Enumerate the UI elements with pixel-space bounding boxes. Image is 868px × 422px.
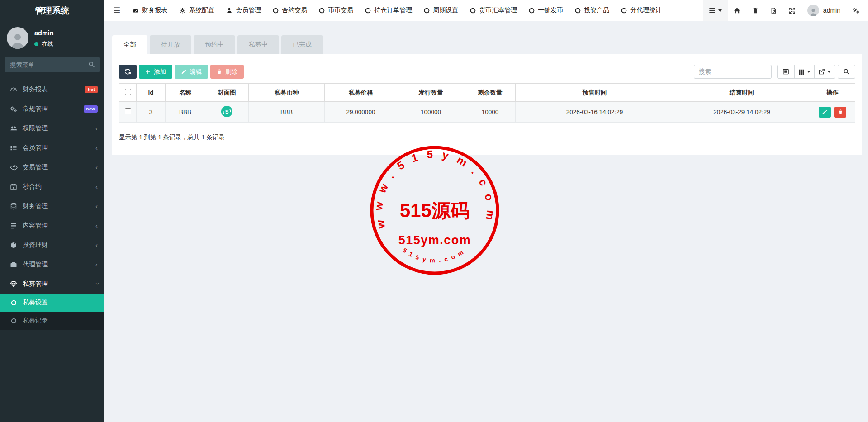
chevron-down-icon: ‹ <box>93 283 100 285</box>
tachometer-icon <box>9 86 18 93</box>
detail-view-button[interactable] <box>777 65 795 79</box>
nav-item-contract-trade[interactable]: 合约交易 <box>267 0 313 21</box>
settings-button[interactable] <box>846 0 865 21</box>
row-delete-button[interactable] <box>834 107 846 118</box>
avatar <box>807 5 819 16</box>
cell-actions <box>810 102 855 123</box>
search-button[interactable] <box>838 65 855 79</box>
table-search-input[interactable] <box>694 65 772 79</box>
nav-item-sub-agent-stats[interactable]: 分代理统计 <box>615 0 668 21</box>
sidebar-item-permissions[interactable]: 权限管理 ‹ <box>0 119 104 138</box>
tab-pending-open[interactable]: 待开放 <box>150 35 191 54</box>
nav-item-members[interactable]: 会员管理 <box>220 0 267 21</box>
fullscreen-icon <box>789 7 796 14</box>
sidebar-item-general[interactable]: 常规管理 new <box>0 99 104 119</box>
fullscreen-button[interactable] <box>783 0 802 21</box>
nav-item-currency-rates[interactable]: 货币汇率管理 <box>464 0 523 21</box>
nav-menu-dropdown-button[interactable] <box>703 0 728 21</box>
row-edit-button[interactable] <box>819 107 831 118</box>
chevron-left-icon: ‹ <box>95 183 98 190</box>
sidebar-item-content[interactable]: 内容管理 ‹ <box>0 216 104 235</box>
tachometer-icon <box>132 7 139 14</box>
person-icon <box>9 31 27 49</box>
tab-reserving[interactable]: 预约中 <box>194 35 235 54</box>
refresh-button[interactable] <box>119 65 137 79</box>
clear-cache-button[interactable] <box>764 0 783 21</box>
export-button[interactable] <box>814 65 835 79</box>
gears-icon <box>852 7 859 14</box>
chevron-left-icon: ‹ <box>95 125 98 132</box>
columns-grid-icon <box>798 69 805 75</box>
col-actions: 操作 <box>810 84 855 102</box>
gear-icon <box>179 7 186 14</box>
circle-o-icon <box>424 8 430 14</box>
columns-button[interactable] <box>794 65 815 79</box>
sidebar-item-agency[interactable]: 代理管理 ‹ <box>0 255 104 274</box>
new-badge: new <box>84 105 98 113</box>
sidebar-item-finance-report[interactable]: 财务报表 hot <box>0 80 104 99</box>
row-checkbox[interactable] <box>125 108 131 114</box>
users-icon <box>9 125 18 132</box>
nav-item-one-key-issue[interactable]: 一键发币 <box>523 0 569 21</box>
circle-o-icon <box>529 8 535 14</box>
nav-item-coin-trade[interactable]: 币币交易 <box>313 0 359 21</box>
sidebar-item-finance[interactable]: 财务管理 ‹ <box>0 196 104 216</box>
database-icon <box>9 203 18 210</box>
cell-price: 29.000000 <box>325 102 397 123</box>
search-icon <box>88 61 95 68</box>
pencil-icon <box>181 69 186 75</box>
nav-item-finance-report[interactable]: 财务报表 <box>126 0 173 21</box>
cell-end-time: 2026-03-29 14:02:29 <box>674 102 810 123</box>
user-status: 在线 <box>34 40 54 48</box>
nav-item-position-orders[interactable]: 持仓订单管理 <box>359 0 418 21</box>
delete-button[interactable]: 删除 <box>210 65 244 79</box>
trash-button[interactable] <box>746 0 764 21</box>
sidebar-subitem-pp-settings[interactable]: 私募设置 <box>0 294 104 312</box>
nav-user-menu[interactable]: admin <box>802 0 846 21</box>
user-panel: admin 在线 <box>0 21 104 54</box>
table-panel: 添加 编辑 删除 <box>112 54 862 155</box>
chevron-left-icon: ‹ <box>95 203 98 209</box>
trash-icon <box>217 69 222 75</box>
home-button[interactable] <box>728 0 746 21</box>
select-all-cell <box>119 84 137 102</box>
status-tabs: 全部 待开放 预约中 私募中 已完成 <box>112 35 862 54</box>
sidebar-subitem-pp-records[interactable]: 私募记录 <box>0 312 104 330</box>
sidebar-item-invest[interactable]: 投资理财 ‹ <box>0 235 104 255</box>
cell-id: 3 <box>137 102 166 123</box>
chevron-left-icon: ‹ <box>95 242 98 248</box>
online-dot-icon <box>34 42 38 46</box>
tab-all[interactable]: 全部 <box>112 35 147 54</box>
trash-icon <box>752 7 759 14</box>
chevron-left-icon: ‹ <box>95 144 98 151</box>
circle-o-icon <box>621 8 627 14</box>
col-cover: 封面图 <box>205 84 249 102</box>
sidebar-item-trading[interactable]: 交易管理 ‹ <box>0 157 104 177</box>
hamburger-icon[interactable]: ☰ <box>108 6 126 15</box>
lines-icon <box>9 222 18 229</box>
pie-chart-icon <box>9 242 18 249</box>
cell-cover: S <box>205 102 249 123</box>
nav-item-invest-products[interactable]: 投资产品 <box>569 0 615 21</box>
chevron-left-icon: ‹ <box>95 222 98 229</box>
nav-item-period-settings[interactable]: 周期设置 <box>418 0 464 21</box>
sidebar-search-input[interactable] <box>5 57 100 72</box>
edit-button[interactable]: 编辑 <box>175 65 208 79</box>
sidebar-item-members[interactable]: 会员管理 ‹ <box>0 138 104 157</box>
avatar <box>7 27 28 49</box>
tab-in-placement[interactable]: 私募中 <box>237 35 279 54</box>
nav-item-system-config[interactable]: 系统配置 <box>173 0 220 21</box>
trash-icon <box>838 109 843 115</box>
sidebar-item-second-contract[interactable]: 秒合约 ‹ <box>0 177 104 196</box>
add-button[interactable]: 添加 <box>139 65 172 79</box>
tab-completed[interactable]: 已完成 <box>281 35 323 54</box>
cell-name: BBB <box>166 102 205 123</box>
svg-text:S: S <box>225 109 229 114</box>
circle-o-icon <box>319 8 325 14</box>
app-title: 管理系统 <box>0 0 104 21</box>
cell-issue: 100000 <box>397 102 465 123</box>
main-content: 全部 待开放 预约中 私募中 已完成 添加 编辑 删除 <box>104 21 868 422</box>
sidebar-item-private-placement[interactable]: 私募管理 ‹ <box>0 274 104 294</box>
circle-o-icon <box>470 8 476 14</box>
select-all-checkbox[interactable] <box>125 89 131 95</box>
